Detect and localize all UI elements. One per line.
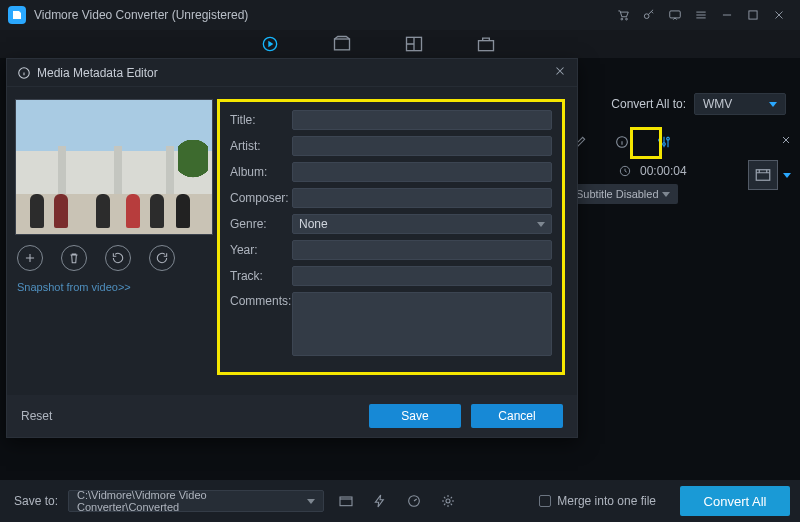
svg-point-10 xyxy=(659,138,662,141)
high-speed-button[interactable] xyxy=(402,490,426,512)
svg-rect-6 xyxy=(335,39,350,50)
metadata-form: Title: Artist: Album: Composer: Genre: N… xyxy=(217,99,565,395)
rotate-right-button[interactable] xyxy=(149,245,175,271)
svg-rect-3 xyxy=(670,11,681,18)
year-input[interactable] xyxy=(292,240,552,260)
convert-all-button[interactable]: Convert All xyxy=(680,486,790,516)
track-label: Track: xyxy=(230,269,292,283)
enhance-icon[interactable] xyxy=(656,134,672,153)
clip-close-icon[interactable] xyxy=(780,134,792,149)
save-to-label: Save to: xyxy=(14,494,58,508)
chevron-down-icon xyxy=(537,222,545,227)
cover-thumbnail[interactable] xyxy=(15,99,213,235)
maximize-icon[interactable] xyxy=(740,2,766,28)
artist-label: Artist: xyxy=(230,139,292,153)
svg-point-11 xyxy=(663,142,666,145)
subtitle-value: Subtitle Disabled xyxy=(576,188,659,200)
comments-input[interactable] xyxy=(292,292,552,356)
dialog-footer: Reset Save Cancel xyxy=(7,395,577,437)
tab-converter-icon[interactable] xyxy=(258,32,282,56)
feedback-icon[interactable] xyxy=(662,2,688,28)
comments-label: Comments: xyxy=(230,292,292,308)
genre-select[interactable]: None xyxy=(292,214,552,234)
chevron-down-icon xyxy=(662,192,670,197)
hardware-accel-button[interactable] xyxy=(368,490,392,512)
genre-value: None xyxy=(299,217,328,231)
composer-label: Composer: xyxy=(230,191,292,205)
tab-collage-icon[interactable] xyxy=(402,32,426,56)
track-input[interactable] xyxy=(292,266,552,286)
open-folder-button[interactable] xyxy=(334,490,358,512)
output-format-button[interactable] xyxy=(748,160,778,190)
save-button[interactable]: Save xyxy=(369,404,461,428)
title-input[interactable] xyxy=(292,110,552,130)
svg-rect-16 xyxy=(340,497,352,506)
year-label: Year: xyxy=(230,243,292,257)
convert-all-format-select[interactable]: WMV xyxy=(694,93,786,115)
metadata-editor-dialog: Media Metadata Editor Snapshot from vide… xyxy=(6,58,578,438)
info-icon xyxy=(17,66,31,80)
thumbnail-column: Snapshot from video>> xyxy=(9,99,217,395)
clip-info-strip: 00:00:04 Subtitle Disabled xyxy=(560,128,800,208)
svg-rect-8 xyxy=(479,41,494,51)
close-window-icon[interactable] xyxy=(766,2,792,28)
svg-point-0 xyxy=(621,18,623,20)
merge-checkbox[interactable]: Merge into one file xyxy=(539,494,656,508)
cancel-button[interactable]: Cancel xyxy=(471,404,563,428)
format-wmv-icon xyxy=(754,166,772,184)
save-path-select[interactable]: C:\Vidmore\Vidmore Video Converter\Conve… xyxy=(68,490,324,512)
bottom-bar: Save to: C:\Vidmore\Vidmore Video Conver… xyxy=(0,480,800,522)
dialog-title: Media Metadata Editor xyxy=(37,66,158,80)
svg-point-1 xyxy=(626,18,628,20)
chevron-down-icon xyxy=(307,499,315,504)
merge-label: Merge into one file xyxy=(557,494,656,508)
album-input[interactable] xyxy=(292,162,552,182)
snapshot-from-video-link[interactable]: Snapshot from video>> xyxy=(15,281,211,293)
clip-duration: 00:00:04 xyxy=(640,164,687,178)
svg-point-2 xyxy=(644,14,649,19)
album-label: Album: xyxy=(230,165,292,179)
delete-cover-button[interactable] xyxy=(61,245,87,271)
save-path-value: C:\Vidmore\Vidmore Video Converter\Conve… xyxy=(77,489,307,513)
rotate-left-button[interactable] xyxy=(105,245,131,271)
metadata-info-icon[interactable] xyxy=(614,134,630,153)
app-logo xyxy=(8,6,26,24)
reset-button[interactable]: Reset xyxy=(21,409,52,423)
artist-input[interactable] xyxy=(292,136,552,156)
clock-icon xyxy=(618,164,632,178)
tab-media-icon[interactable] xyxy=(330,32,354,56)
title-label: Title: xyxy=(230,113,292,127)
subtitle-select[interactable]: Subtitle Disabled xyxy=(568,184,678,204)
svg-point-12 xyxy=(667,137,670,140)
convert-all-format-value: WMV xyxy=(703,97,732,111)
top-tab-row xyxy=(0,30,800,58)
composer-input[interactable] xyxy=(292,188,552,208)
genre-label: Genre: xyxy=(230,217,292,231)
tab-toolbox-icon[interactable] xyxy=(474,32,498,56)
chevron-down-icon xyxy=(769,102,777,107)
settings-gear-button[interactable] xyxy=(436,490,460,512)
cart-icon[interactable] xyxy=(610,2,636,28)
dialog-close-icon[interactable] xyxy=(553,64,567,81)
checkbox-icon xyxy=(539,495,551,507)
minimize-icon[interactable] xyxy=(714,2,740,28)
add-cover-button[interactable] xyxy=(17,245,43,271)
menu-icon[interactable] xyxy=(688,2,714,28)
key-icon[interactable] xyxy=(636,2,662,28)
chevron-down-icon xyxy=(783,173,791,178)
app-title: Vidmore Video Converter (Unregistered) xyxy=(34,8,248,22)
titlebar: Vidmore Video Converter (Unregistered) xyxy=(0,0,800,30)
dialog-titlebar: Media Metadata Editor xyxy=(7,59,577,87)
svg-point-18 xyxy=(446,499,450,503)
convert-all-row: Convert All to: WMV xyxy=(611,93,786,115)
convert-all-label: Convert All to: xyxy=(611,97,686,111)
svg-rect-4 xyxy=(749,11,757,19)
highlight-metadata-form: Title: Artist: Album: Composer: Genre: N… xyxy=(217,99,565,375)
svg-rect-14 xyxy=(756,170,770,181)
